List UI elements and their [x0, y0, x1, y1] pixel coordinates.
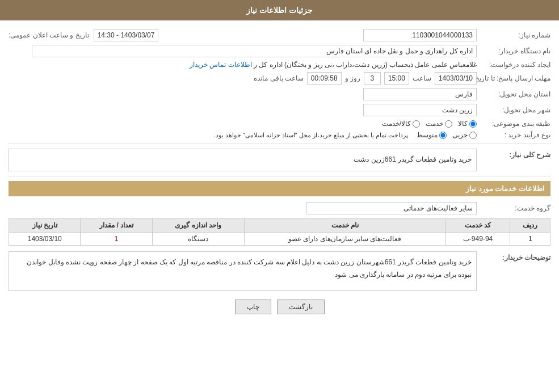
announce-date-value: 1403/03/07 - 14:30 [94, 29, 159, 41]
col-header-date: تاریخ نیاز [9, 218, 81, 233]
creator-value: غلامعباس علمی عامل ذیحساب (زرین دشت،دارا… [254, 61, 477, 69]
category-radio-kala[interactable] [469, 120, 477, 128]
col-header-quantity: تعداد / مقدار [81, 218, 152, 233]
purchase-radio-jozi[interactable] [469, 132, 477, 139]
page-header: جزئیات اطلاعات نیاز [0, 0, 559, 20]
buyer-org-label: نام دستگاه خریدار: [477, 47, 550, 55]
services-table-head: ردیف کد خدمت نام خدمت واحد اندازه گیری ت… [9, 218, 550, 233]
service-group-value: سایر فعالیت‌های خدماتی [306, 202, 477, 214]
purchase-type-value-area: جزیی متوسط پرداخت تمام یا بخشی از مبلغ خ… [9, 131, 477, 139]
services-table-header-row: ردیف کد خدمت نام خدمت واحد اندازه گیری ت… [9, 218, 550, 233]
cell-quantity: 1 [81, 233, 152, 246]
page-wrapper: جزئیات اطلاعات نیاز شماره نیاز: 11030010… [0, 0, 559, 392]
category-row: طبقه بندی موضوعی: کالا خدمت کالا/خدمت [9, 120, 550, 128]
city-label: شهر محل تحویل: [477, 106, 550, 114]
creator-contact-link[interactable]: اطلاعات تماس خریدار [190, 61, 252, 69]
creator-label: ایجاد کننده درخواست: [477, 61, 550, 69]
cell-name: فعالیت‌های سایر سازمان‌های دارای عضو [244, 233, 445, 246]
province-value: فارس [363, 88, 477, 100]
purchase-radio-group: جزیی متوسط [417, 131, 477, 139]
table-row: 1 949-94-ب فعالیت‌های سایر سازمان‌های دا… [9, 233, 550, 246]
general-desc-value: خرید وتامین قطعات گریدر 661زرین دشت [9, 149, 477, 171]
services-table: ردیف کد خدمت نام خدمت واحد اندازه گیری ت… [9, 218, 550, 246]
category-label-kala: کالا [458, 120, 468, 128]
category-radio-group: کالا خدمت کالا/خدمت [9, 120, 477, 128]
service-group-value-area: سایر فعالیت‌های خدماتی [9, 202, 477, 214]
creator-row: ایجاد کننده درخواست: غلامعباس علمی عامل … [9, 61, 550, 69]
remaining-days: 3 [364, 72, 381, 85]
announce-date-label: تاریخ و ساعت اعلان عمومی: [9, 31, 89, 39]
remaining-time: 00:09:58 [307, 72, 342, 85]
services-table-body: 1 949-94-ب فعالیت‌های سایر سازمان‌های دا… [9, 233, 550, 246]
remaining-days-label: روز و [345, 74, 360, 82]
buyer-desc-label: توضیحات خریدار: [477, 254, 550, 262]
purchase-option-mota[interactable]: متوسط [417, 131, 447, 139]
request-number-value: 1103001044000133 [363, 29, 477, 41]
buyer-org-value-area: اداره کل راهداری و حمل و نقل جاده ای است… [9, 45, 477, 57]
time-row: 1403/03/10 ساعت 15:00 3 روز و 00:09:58 س… [9, 72, 477, 85]
purchase-type-row: نوع فرآیند خرید : جزیی متوسط پرداخت تمام… [9, 131, 550, 139]
category-label: طبقه بندی موضوعی: [477, 120, 550, 128]
purchase-label-mota: متوسط [417, 131, 438, 139]
buyer-desc-value-area: خرید وتامین قطعات گریدر 661شهرستان زرین … [9, 251, 477, 291]
response-deadline-label: مهلت ارسال پاسخ: تا تاریخ: [477, 74, 550, 82]
purchase-option-jozi[interactable]: جزیی [452, 131, 477, 139]
button-row: بازگشت چاپ [9, 300, 550, 323]
category-option-kala[interactable]: کالا [458, 120, 477, 128]
request-number-label: شماره نیاز: [477, 31, 550, 39]
general-desc-value-area: خرید وتامین قطعات گریدر 661زرین دشت [9, 149, 477, 171]
category-option-both[interactable]: کالا/خدمت [382, 120, 420, 128]
back-button[interactable]: بازگشت [277, 300, 325, 314]
category-label-both: کالا/خدمت [382, 120, 411, 128]
cell-code: 949-94-ب [445, 233, 510, 246]
purchase-radio-mota[interactable] [439, 132, 447, 139]
purchase-note: پرداخت تمام یا بخشی از مبلغ خرید،از محل … [213, 132, 408, 139]
province-value-area: فارس [9, 88, 477, 100]
request-number-value-area: 1103001044000133 [170, 29, 477, 41]
header-title: جزئیات اطلاعات نیاز [246, 6, 313, 15]
col-header-name: نام خدمت [244, 218, 445, 233]
cell-date: 1403/03/10 [9, 233, 81, 246]
service-group-row: گروه خدمت: سایر فعالیت‌های خدماتی [9, 202, 550, 214]
creator-value-area: غلامعباس علمی عامل ذیحساب (زرین دشت،دارا… [9, 61, 477, 69]
province-label: استان محل تحویل: [477, 90, 550, 98]
city-value: زرین دشت [363, 104, 477, 116]
city-value-area: زرین دشت [9, 104, 477, 116]
category-label-khedmat: خدمت [426, 120, 443, 128]
col-header-code: کد خدمت [445, 218, 510, 233]
services-section-header: اطلاعات خدمات مورد نیاز [9, 181, 550, 196]
col-header-unit: واحد اندازه گیری [152, 218, 244, 233]
general-desc-row: شرح کلی نیاز: خرید وتامین قطعات گریدر 66… [9, 149, 550, 171]
buyer-desc-row: توضیحات خریدار: خرید وتامین قطعات گریدر … [9, 251, 550, 291]
col-header-row-num: ردیف [510, 218, 550, 233]
announce-date-area: 1403/03/07 - 14:30 تاریخ و ساعت اعلان عم… [9, 29, 158, 41]
purchase-type-label: نوع فرآیند خرید : [477, 131, 550, 139]
buyer-org-value: اداره کل راهداری و حمل و نقل جاده ای است… [32, 45, 477, 57]
cell-row-num: 1 [510, 233, 550, 246]
response-date: 1403/03/10 [435, 72, 477, 85]
city-row: شهر محل تحویل: زرین دشت [9, 104, 550, 116]
request-number-row: شماره نیاز: 1103001044000133 1403/03/07 … [9, 29, 550, 41]
service-group-label: گروه خدمت: [477, 204, 550, 212]
cell-unit: دستگاه [152, 233, 244, 246]
category-value-area: کالا خدمت کالا/خدمت [9, 120, 477, 128]
response-time: 15:00 [384, 72, 409, 85]
category-option-khedmat[interactable]: خدمت [426, 120, 452, 128]
general-desc-label: شرح کلی نیاز: [477, 151, 550, 159]
response-deadline-value-area: 1403/03/10 ساعت 15:00 3 روز و 00:09:58 س… [9, 72, 477, 85]
divider-2 [9, 176, 550, 176]
time-label: ساعت [413, 74, 431, 82]
response-deadline-row: مهلت ارسال پاسخ: تا تاریخ: 1403/03/10 سا… [9, 72, 550, 85]
category-radio-both[interactable] [413, 120, 420, 128]
buyer-desc-value: خرید وتامین قطعات گریدر 661شهرستان زرین … [9, 251, 477, 291]
purchase-label-jozi: جزیی [452, 131, 468, 139]
buyer-org-row: نام دستگاه خریدار: اداره کل راهداری و حم… [9, 45, 550, 57]
divider-1 [9, 144, 550, 144]
purchase-type-container: جزیی متوسط پرداخت تمام یا بخشی از مبلغ خ… [9, 131, 477, 139]
province-row: استان محل تحویل: فارس [9, 88, 550, 100]
print-button[interactable]: چاپ [235, 300, 271, 314]
remaining-hours-label: ساعت باقی مانده [254, 74, 304, 82]
category-radio-khedmat[interactable] [445, 120, 452, 128]
buyer-desc-label-text: توضیحات خریدار: [502, 254, 550, 262]
main-content: شماره نیاز: 1103001044000133 1403/03/07 … [0, 20, 559, 331]
